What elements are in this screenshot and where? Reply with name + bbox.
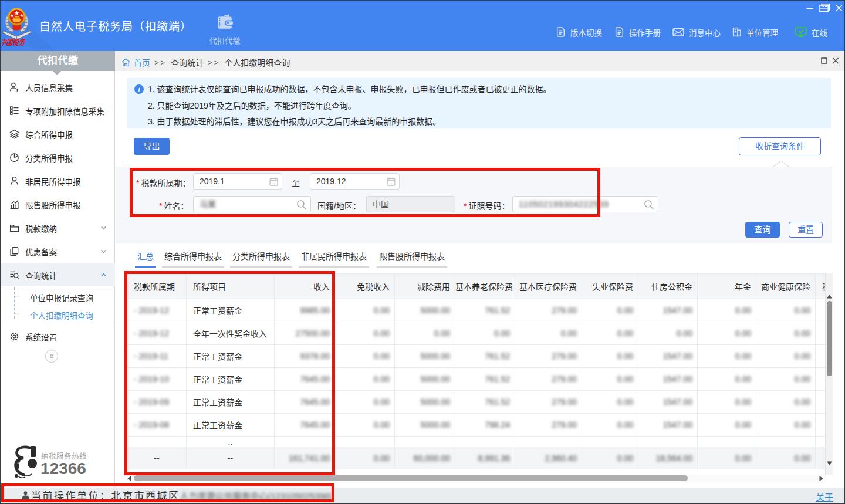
svg-text:中国税务: 中国税务 bbox=[2, 38, 26, 47]
